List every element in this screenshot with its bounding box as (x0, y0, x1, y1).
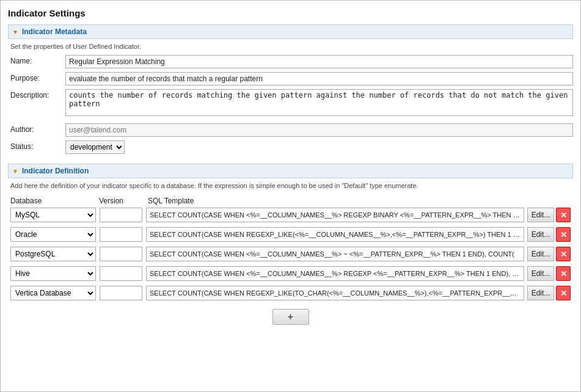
definition-section-title: Indicator Definition (22, 167, 89, 175)
name-input[interactable] (65, 55, 573, 68)
delete-button-oracle[interactable]: ✕ (556, 227, 571, 242)
db-version-mysql[interactable] (100, 208, 142, 222)
definition-section: ▼ Indicator Definition Add here the defi… (8, 164, 573, 325)
col-version-header: Version (99, 197, 148, 205)
db-select-hive[interactable]: Hive (10, 266, 96, 281)
edit-button-oracle[interactable]: Edit... (527, 227, 554, 242)
purpose-input[interactable] (65, 72, 573, 85)
col-database-header: Database (10, 197, 99, 205)
db-version-oracle[interactable] (100, 227, 142, 242)
status-select[interactable]: development production draft (65, 140, 125, 154)
author-input[interactable] (65, 123, 573, 137)
description-label: Description: (10, 89, 65, 100)
metadata-section-header[interactable]: ▼ Indicator Metadata (8, 24, 573, 39)
add-button-container: + (8, 309, 573, 325)
status-row: Status: development production draft (8, 140, 573, 154)
edit-button-vertica[interactable]: Edit... (527, 286, 554, 300)
definition-arrow-icon: ▼ (12, 168, 18, 175)
db-row-oracle: Oracle Edit... ✕ (8, 227, 573, 242)
description-row: Description: counts the number of record… (8, 89, 573, 116)
db-sql-mysql[interactable] (146, 208, 524, 222)
delete-button-mysql[interactable]: ✕ (556, 208, 571, 222)
name-label: Name: (10, 55, 65, 65)
db-sql-oracle[interactable] (146, 227, 524, 242)
db-select-vertica[interactable]: Vertica Database (10, 286, 96, 300)
db-version-postgresql[interactable] (100, 247, 142, 261)
db-version-hive[interactable] (100, 266, 142, 281)
definition-section-header[interactable]: ▼ Indicator Definition (8, 164, 573, 178)
purpose-row: Purpose: (8, 72, 573, 85)
delete-button-postgresql[interactable]: ✕ (556, 247, 571, 261)
db-select-mysql[interactable]: MySQL (10, 208, 96, 222)
db-sql-postgresql[interactable] (146, 247, 524, 261)
db-row-mysql: MySQL Edit... ✕ (8, 208, 573, 222)
description-input[interactable]: counts the number of records matching th… (65, 89, 573, 116)
delete-button-vertica[interactable]: ✕ (556, 286, 571, 300)
db-row-postgresql: PostgreSQL Edit... ✕ (8, 247, 573, 261)
edit-button-mysql[interactable]: Edit... (527, 208, 554, 222)
main-container: Indicator Settings ▼ Indicator Metadata … (0, 0, 581, 392)
page-title: Indicator Settings (8, 8, 573, 18)
db-version-vertica[interactable] (100, 286, 142, 300)
db-select-postgresql[interactable]: PostgreSQL (10, 247, 96, 261)
db-sql-hive[interactable] (146, 266, 524, 281)
name-row: Name: (8, 55, 573, 68)
db-row-hive: Hive Edit... ✕ (8, 266, 573, 281)
db-sql-vertica[interactable] (146, 286, 524, 300)
metadata-arrow-icon: ▼ (12, 29, 18, 35)
delete-button-hive[interactable]: ✕ (556, 266, 571, 281)
edit-button-postgresql[interactable]: Edit... (527, 247, 554, 261)
db-table-header: Database Version SQL Template (8, 195, 573, 208)
col-sql-header: SQL Template (148, 197, 571, 205)
db-select-oracle[interactable]: Oracle (10, 227, 96, 242)
metadata-description: Set the properties of User Defined Indic… (8, 43, 573, 50)
db-row-vertica: Vertica Database Edit... ✕ (8, 286, 573, 300)
add-row-button[interactable]: + (272, 309, 309, 325)
author-label: Author: (10, 123, 65, 134)
metadata-section-title: Indicator Metadata (22, 27, 87, 36)
definition-description: Add here the definition of your indicato… (8, 182, 573, 189)
status-label: Status: (10, 140, 65, 151)
author-row: Author: (8, 123, 573, 137)
edit-button-hive[interactable]: Edit... (527, 266, 554, 281)
purpose-label: Purpose: (10, 72, 65, 82)
